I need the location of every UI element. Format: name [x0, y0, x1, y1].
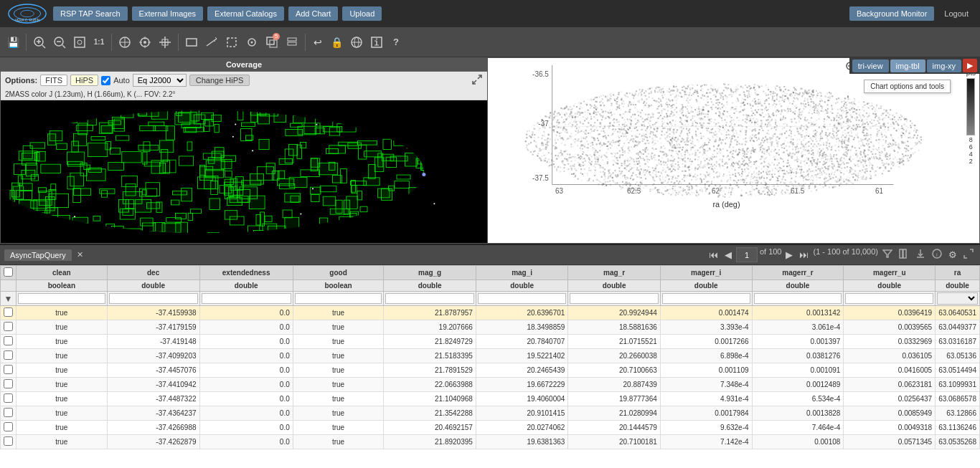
filter-clean-input[interactable] [18, 293, 105, 304]
row-select-checkbox[interactable] [4, 408, 13, 417]
filter-clean[interactable] [17, 292, 108, 306]
row-select-checkbox[interactable] [4, 393, 13, 403]
row-checkbox[interactable] [1, 435, 17, 449]
target-button[interactable] [136, 32, 154, 53]
select-all-header[interactable] [1, 266, 17, 280]
row-select-checkbox[interactable] [4, 350, 13, 360]
compass-button[interactable] [116, 32, 134, 53]
select-region-button[interactable] [222, 32, 241, 53]
hips-button[interactable]: HiPS [70, 75, 98, 86]
filter-magg-input[interactable] [385, 293, 473, 304]
page-input[interactable] [736, 247, 758, 262]
row-select-checkbox[interactable] [4, 322, 13, 331]
info-button[interactable] [367, 32, 386, 53]
filter-magerru-input[interactable] [845, 293, 933, 304]
table-column-button[interactable] [897, 247, 911, 262]
cell-clean: true [17, 363, 108, 378]
background-monitor-button[interactable]: Background Monitor [849, 6, 934, 21]
filter-magr[interactable] [568, 292, 660, 306]
row-select-checkbox[interactable] [4, 422, 13, 431]
rsp-tap-button[interactable]: RSP TAP Search [53, 6, 128, 21]
zoom-out-button[interactable] [50, 32, 69, 53]
filter-good-input[interactable] [295, 293, 382, 304]
filter-ra[interactable] [936, 292, 980, 306]
filter-magerri-input[interactable] [662, 293, 750, 304]
filter-magi-input[interactable] [478, 293, 566, 304]
filter-magerru[interactable] [844, 292, 936, 306]
auto-checkbox[interactable] [101, 76, 110, 85]
row-select-checkbox[interactable] [4, 336, 13, 345]
zoom-in-button[interactable] [30, 32, 49, 53]
row-select-checkbox[interactable] [4, 307, 13, 317]
cell-good: true [293, 378, 384, 392]
table-download-button[interactable] [913, 247, 928, 262]
filter-magerrr[interactable] [752, 292, 844, 306]
coord-select[interactable]: Eq J2000 Gal Eq B1950 [133, 74, 187, 87]
upload-button[interactable]: Upload [342, 6, 382, 21]
col-magerru-header: magerr_u [844, 266, 936, 280]
filter-dec[interactable] [107, 292, 199, 306]
tab-close-button[interactable]: ✕ [75, 250, 85, 259]
coverage-expand-button[interactable] [471, 74, 483, 87]
wcs-button[interactable] [347, 32, 366, 53]
row-select-checkbox[interactable] [4, 365, 13, 374]
tri-view-tab[interactable]: tri-view [852, 59, 889, 72]
overlay-button[interactable] [263, 32, 281, 53]
draw-rect-button[interactable] [182, 32, 201, 53]
undo-button[interactable]: ↩ [309, 32, 326, 53]
row-checkbox[interactable] [1, 306, 17, 320]
row-checkbox[interactable] [1, 335, 17, 349]
row-checkbox[interactable] [1, 349, 17, 363]
table-filter-button[interactable] [880, 247, 895, 262]
row-checkbox[interactable] [1, 406, 17, 421]
table-expand-button[interactable] [961, 247, 976, 262]
view-tab-arrow[interactable]: ▶ [963, 59, 977, 72]
zoom-fit-button[interactable] [70, 32, 89, 53]
filter-good[interactable] [293, 292, 384, 306]
table-settings-button[interactable]: ⚙ [946, 247, 959, 262]
row-checkbox[interactable] [1, 378, 17, 392]
filter-extendedness[interactable] [199, 292, 293, 306]
filter-magerri[interactable] [660, 292, 752, 306]
row-select-checkbox[interactable] [4, 379, 13, 388]
table-info-button[interactable]: i [930, 247, 944, 262]
filter-magi[interactable] [476, 292, 567, 306]
zoom-1to1-button[interactable]: 1:1 [90, 32, 108, 53]
row-checkbox[interactable] [1, 421, 17, 435]
type-clean: boolean [17, 280, 108, 292]
point-select-button[interactable] [242, 32, 261, 53]
img-xy-tab[interactable]: img-xy [927, 59, 961, 72]
layer-btn[interactable] [283, 32, 301, 53]
img-tbl-tab[interactable]: img-tbl [890, 59, 925, 72]
filter-magerrr-input[interactable] [754, 293, 842, 304]
filter-magr-input[interactable] [570, 293, 658, 304]
filter-extendedness-input[interactable] [202, 293, 291, 304]
filter-icon[interactable]: ▼ [4, 294, 13, 304]
ruler-button[interactable] [202, 32, 221, 53]
row-checkbox[interactable] [1, 320, 17, 335]
row-checkbox[interactable] [1, 392, 17, 406]
external-images-button[interactable]: External Images [132, 6, 203, 21]
filter-dec-input[interactable] [109, 293, 198, 304]
row-select-checkbox[interactable] [4, 436, 13, 446]
crosshair-button[interactable] [156, 32, 174, 53]
table-wrapper[interactable]: clean dec extendedness good mag_g mag_i … [0, 265, 980, 468]
async-tap-tab[interactable]: AsyncTapQuery [4, 249, 72, 261]
external-catalogs-button[interactable]: External Catalogs [207, 6, 284, 21]
select-all-checkbox[interactable] [4, 267, 13, 277]
fits-button[interactable]: FITS [40, 75, 67, 86]
next-page-button[interactable]: ▶ [783, 247, 795, 262]
change-hips-button[interactable]: Change HiPS [189, 75, 250, 86]
filter-ra-select[interactable] [937, 292, 978, 305]
first-page-button[interactable]: ⏮ [707, 247, 720, 262]
last-page-button[interactable]: ⏭ [797, 247, 811, 262]
lock-button[interactable]: 🔒 [328, 32, 346, 53]
save-button[interactable]: 💾 [4, 32, 22, 53]
logout-button[interactable]: Logout [938, 6, 974, 21]
prev-page-button[interactable]: ◀ [722, 247, 734, 262]
help-button[interactable]: ? [387, 32, 405, 53]
coverage-map[interactable]: (function() { function drawCoverage() { … [1, 100, 487, 243]
filter-magg[interactable] [384, 292, 476, 306]
add-chart-button[interactable]: Add Chart [288, 6, 339, 21]
row-checkbox[interactable] [1, 363, 17, 378]
